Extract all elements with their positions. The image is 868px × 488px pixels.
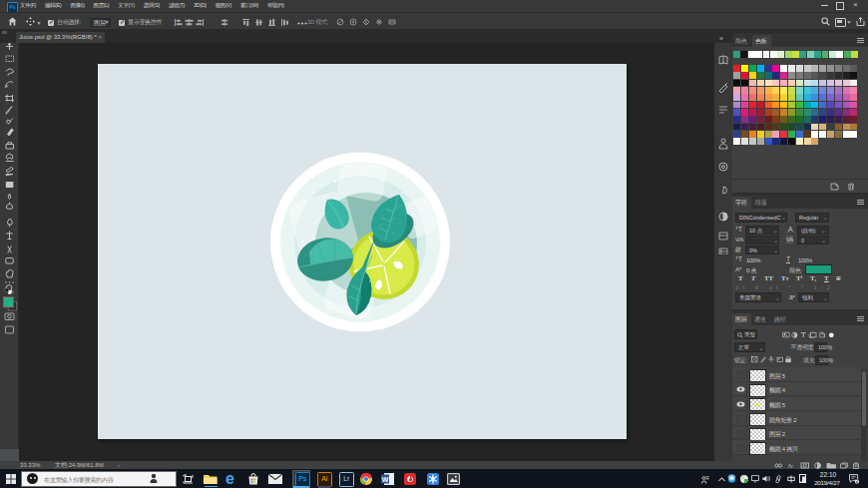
svg-text:fx: fx <box>788 463 794 469</box>
svg-text:W: W <box>382 475 389 482</box>
svg-text:R: R <box>706 476 710 481</box>
